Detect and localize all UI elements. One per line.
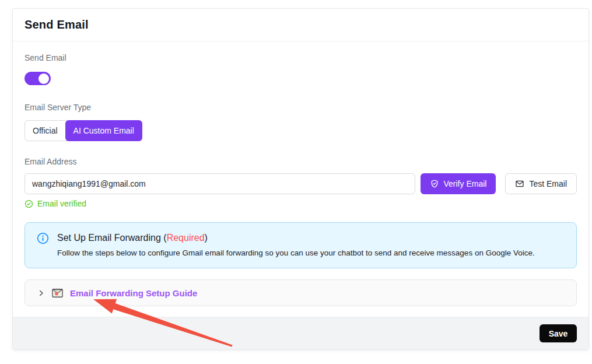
alert-title-prefix: Set Up Email Forwarding ( [57,233,167,243]
alert-required-text: Required [167,233,205,243]
server-type-segmented: Official AI Custom Email [24,120,142,141]
verify-email-button[interactable]: Verify Email [421,173,496,194]
card-body: Send Email Email Server Type Official AI… [13,41,589,318]
test-email-button[interactable]: Test Email [505,173,577,194]
server-type-option-ai-custom-email[interactable]: AI Custom Email [65,120,142,141]
chevron-right-icon [37,289,45,297]
email-verified-status: Email verified [24,199,577,208]
send-email-toggle[interactable] [24,72,51,85]
email-forwarding-alert: Set Up Email Forwarding (Required) Follo… [24,222,577,268]
alert-description: Follow the steps below to configure Gmai… [57,249,535,258]
server-type-label: Email Server Type [24,103,577,112]
email-verified-label: Email verified [37,199,86,208]
test-email-label: Test Email [529,179,567,188]
toggle-knob [38,74,49,84]
server-type-option-official[interactable]: Official [25,121,65,141]
send-email-toggle-label: Send Email [24,53,577,62]
alert-title: Set Up Email Forwarding (Required) [57,232,535,244]
email-forwarding-guide-accordion[interactable]: Email Forwarding Setup Guide [24,279,577,306]
card-footer: Save [13,317,589,349]
email-address-row: Verify Email Test Email [24,173,577,194]
card-header: Send Email [13,9,589,41]
info-icon [37,232,49,258]
save-button[interactable]: Save [540,324,577,342]
check-circle-icon [24,200,33,208]
mail-icon [515,179,524,188]
alert-title-suffix: ) [205,233,208,243]
page-title: Send Email [24,18,89,32]
alert-content: Set Up Email Forwarding (Required) Follo… [57,232,535,258]
email-envelope-icon [52,289,63,298]
email-address-label: Email Address [24,157,577,166]
guide-title: Email Forwarding Setup Guide [70,288,197,298]
send-email-card: Send Email Send Email Email Server Type … [12,8,589,350]
shield-check-icon [430,179,439,188]
email-address-input[interactable] [24,173,415,194]
verify-email-label: Verify Email [444,179,487,188]
